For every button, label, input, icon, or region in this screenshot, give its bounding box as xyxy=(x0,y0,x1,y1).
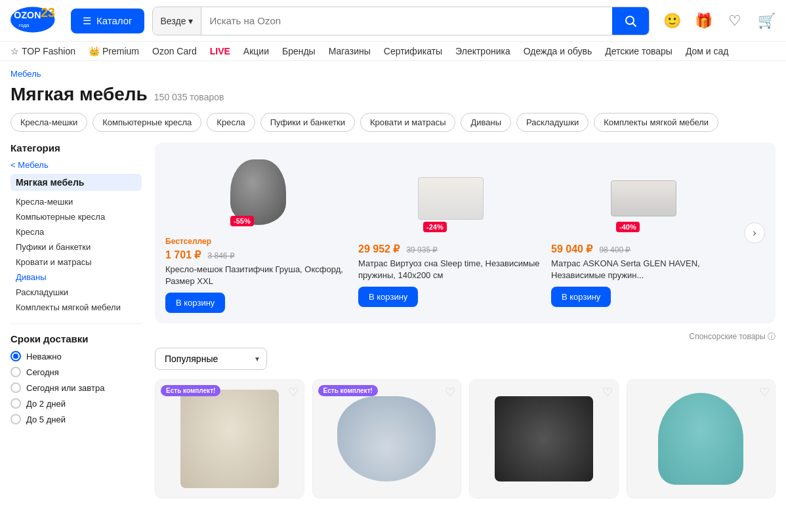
page-title: Мягкая мебель xyxy=(10,84,148,105)
sidebar-divider xyxy=(10,323,142,324)
search-input[interactable] xyxy=(201,7,612,35)
nav-item-odezhda[interactable]: Одежда и обувь xyxy=(524,46,592,56)
svg-text:года: года xyxy=(18,22,30,28)
catalog-label: Каталог xyxy=(96,15,133,26)
sidebar-child-pufiki[interactable]: Пуфики и банкетки xyxy=(10,240,142,254)
nav-item-top-fashion[interactable]: ☆ TOP Fashion xyxy=(10,46,75,56)
sidebar-child-krovati[interactable]: Кровати и матрасы xyxy=(10,255,142,269)
nav-item-brends[interactable]: Бренды xyxy=(282,46,316,56)
navbar: ☆ TOP Fashion 👑 Premium Ozon Card LIVE А… xyxy=(0,42,786,61)
sidebar-child-raskladushki[interactable]: Раскладушки xyxy=(10,285,142,299)
content-area: -55% Бестселлер 1 701 ₽ 3 846 ₽ Кресло-м… xyxy=(155,142,776,499)
gift-icon[interactable]: 🎁 xyxy=(694,12,713,30)
nav-item-premium[interactable]: 👑 Premium xyxy=(89,46,139,56)
banner-product-beanbag[interactable]: -55% Бестселлер 1 701 ₽ 3 846 ₽ Кресло-м… xyxy=(165,153,350,313)
nav-item-sertifikaty[interactable]: Сертификаты xyxy=(384,46,442,56)
chip-pufiki[interactable]: Пуфики и банкетки xyxy=(260,113,355,132)
header-icons: 🙂 🎁 ♡ 🛒 xyxy=(663,12,776,30)
banner-mattress2-name: Матрас ASKONA Serta GLEN HAVEN, Независи… xyxy=(551,258,736,281)
chip-komplekty[interactable]: Комплекты мягкой мебели xyxy=(594,113,718,132)
product-roll-heart[interactable]: ♡ xyxy=(602,385,613,399)
search-location-button[interactable]: Везде ▾ xyxy=(153,7,202,35)
banner-beanbag-name: Кресло-мешок Пазитифчик Груша, Оксфорд, … xyxy=(165,264,350,287)
banner-mattress1-price-old: 39 935 ₽ xyxy=(406,245,438,255)
product-stool-image-area: ♡ xyxy=(627,380,776,498)
banner-mattress2-discount: -40% xyxy=(616,222,640,232)
radio-dot-any xyxy=(13,354,18,359)
star-icon: ☆ xyxy=(10,46,19,56)
sidebar-child-divany[interactable]: Диваны xyxy=(10,270,142,284)
product-card-roll[interactable]: ♡ xyxy=(469,379,619,499)
banner-beanbag-image xyxy=(230,159,286,225)
banner-mattress2-price-old: 98 400 ₽ xyxy=(599,245,631,255)
sort-wrapper[interactable]: ПопулярныеСначала дешевлеСначала дорожеП… xyxy=(155,348,267,370)
product-roll-image-area: ♡ xyxy=(470,380,618,498)
logo[interactable]: OZON 23 года xyxy=(10,5,63,36)
cart-icon[interactable]: 🛒 xyxy=(757,12,776,30)
nav-item-elektronika[interactable]: Электроника xyxy=(455,46,510,56)
search-button[interactable] xyxy=(612,7,649,35)
delivery-option-2-days[interactable]: До 2 дней xyxy=(10,398,142,409)
product-ottoman-heart[interactable]: ♡ xyxy=(288,385,299,399)
heart-icon[interactable]: ♡ xyxy=(726,12,744,30)
search-icon xyxy=(624,14,637,28)
banner-mattress1-image-area: -24% xyxy=(418,159,484,237)
nav-item-magaziny[interactable]: Магазины xyxy=(329,46,371,56)
banner-beanbag-cart-button[interactable]: В корзину xyxy=(165,293,225,313)
nav-item-ozon-card[interactable]: Ozon Card xyxy=(152,46,197,56)
sidebar-child-kompyuternye[interactable]: Компьютерные кресла xyxy=(10,210,142,224)
sidebar-parent-link[interactable]: < Мебель xyxy=(10,160,142,170)
banner-product-mattress1[interactable]: -24% 29 952 ₽ 39 935 ₽ Матрас Виртуоз сн… xyxy=(358,159,543,307)
product-card-pillow[interactable]: Есть комплект! ♡ xyxy=(312,379,462,499)
nav-item-dom[interactable]: Дом и сад xyxy=(686,46,729,56)
product-roll-image xyxy=(495,396,593,481)
chip-raskladushki[interactable]: Раскладушки xyxy=(516,113,589,132)
nav-item-detskie[interactable]: Детские товары xyxy=(605,46,672,56)
chevron-down-icon: ▾ xyxy=(188,16,193,26)
sort-bar: ПопулярныеСначала дешевлеСначала дорожеП… xyxy=(155,348,776,370)
sort-select[interactable]: ПопулярныеСначала дешевлеСначала дорожеП… xyxy=(155,348,267,370)
emoji-icon[interactable]: 🙂 xyxy=(663,12,681,30)
nav-item-live[interactable]: LIVE xyxy=(210,46,230,56)
product-stool-heart[interactable]: ♡ xyxy=(759,385,770,399)
radio-circle-today-or-tomorrow xyxy=(10,382,21,393)
delivery-section-title: Сроки доставки xyxy=(10,333,142,344)
svg-text:23: 23 xyxy=(41,5,55,20)
nav-item-aktsii[interactable]: Акции xyxy=(243,46,269,56)
chip-kresla-meshki[interactable]: Кресла-мешки xyxy=(10,113,87,132)
delivery-option-today[interactable]: Сегодня xyxy=(10,367,142,377)
catalog-button[interactable]: ☰ Каталог xyxy=(71,9,144,33)
product-card-ottoman[interactable]: Есть комплект! ♡ xyxy=(155,379,304,499)
banner-mattress1-cart-button[interactable]: В корзину xyxy=(358,287,418,307)
chip-divany[interactable]: Диваны xyxy=(461,113,511,132)
delivery-option-today-or-tomorrow[interactable]: Сегодня или завтра xyxy=(10,382,142,393)
banner-mattress1-name: Матрас Виртуоз сна Sleep time, Независим… xyxy=(358,258,543,281)
sidebar: Категория < Мебель Мягкая мебель Кресла-… xyxy=(10,142,142,499)
radio-circle-5-days xyxy=(10,414,21,424)
sidebar-child-kresla-meshki[interactable]: Кресла-мешки xyxy=(10,195,142,209)
chip-krovati[interactable]: Кровати и матрасы xyxy=(360,113,456,132)
sidebar-child-kresla[interactable]: Кресла xyxy=(10,225,142,239)
banner-mattress1-price: 29 952 ₽ xyxy=(358,243,400,255)
banner-mattress2-price: 59 040 ₽ xyxy=(551,243,592,255)
bestseller-label: Бестселлер xyxy=(165,237,350,246)
radio-label-5-days: До 5 дней xyxy=(26,415,66,424)
chip-kompyuternye-kresla[interactable]: Компьютерные кресла xyxy=(93,113,201,132)
sidebar-child-komplekty[interactable]: Комплекты мягкой мебели xyxy=(10,300,142,314)
product-pillow-heart[interactable]: ♡ xyxy=(445,385,455,399)
breadcrumb[interactable]: Мебель xyxy=(0,61,786,81)
banner-product-mattress2[interactable]: -40% 59 040 ₽ 98 400 ₽ Матрас ASKONA Ser… xyxy=(551,159,736,307)
banner-mattress2-cart-button[interactable]: В корзину xyxy=(551,287,611,307)
delivery-option-any[interactable]: Неважно xyxy=(10,351,142,361)
banner-next-button[interactable]: › xyxy=(744,222,765,243)
chip-kresla[interactable]: Кресла xyxy=(207,113,255,132)
product-card-stool[interactable]: ♡ xyxy=(627,379,776,499)
product-grid: Есть комплект! ♡ Есть комплект! ♡ ♡ xyxy=(155,379,776,499)
banner-mattress2-image xyxy=(611,180,676,216)
delivery-option-5-days[interactable]: До 5 дней xyxy=(10,414,142,424)
radio-circle-2-days xyxy=(10,398,21,409)
sidebar-current-category: Мягкая мебель xyxy=(10,174,142,191)
banner-beanbag-discount: -55% xyxy=(230,216,254,226)
category-section-title: Категория xyxy=(10,142,142,153)
product-ottoman-image-area: Есть комплект! ♡ xyxy=(155,380,304,498)
